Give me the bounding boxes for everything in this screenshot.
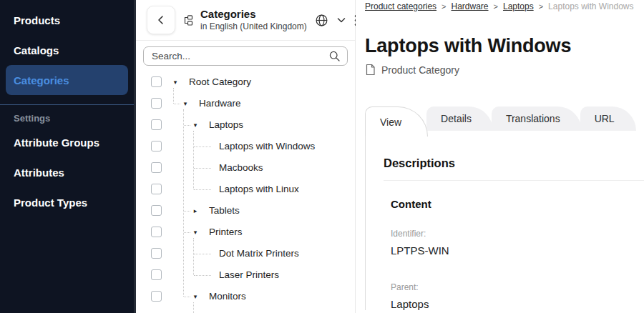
locale-dropdown-button[interactable] bbox=[335, 14, 348, 26]
tree-node-monitors: ▾Monitors bbox=[136, 286, 355, 307]
tree-node-laptops-with-linux: Laptops with Linux bbox=[136, 179, 355, 200]
category-checkbox[interactable] bbox=[151, 205, 162, 216]
tree-connector bbox=[173, 88, 174, 104]
tab-content-view: Descriptions Content Identifier:LPTPS-WI… bbox=[365, 136, 644, 310]
section-divider bbox=[384, 180, 644, 181]
tree-connector bbox=[194, 275, 211, 276]
sidebar-item-product-types[interactable]: Product Types bbox=[6, 187, 128, 217]
tree-node-label[interactable]: Hardware bbox=[199, 93, 241, 114]
tree-connector bbox=[184, 211, 190, 212]
category-checkbox[interactable] bbox=[151, 184, 162, 194]
category-checkbox[interactable] bbox=[151, 227, 162, 237]
search-icon bbox=[328, 50, 341, 62]
tree-panel-header: Categories in English (United Kingdom) bbox=[136, 0, 355, 41]
breadcrumb-separator: > bbox=[494, 2, 498, 11]
expand-toggle-icon[interactable]: ▸ bbox=[190, 200, 200, 222]
content-heading: Content bbox=[391, 198, 644, 210]
field-list: Identifier:LPTPS-WINParent:Laptops bbox=[384, 229, 644, 310]
sidebar-section-label: Settings bbox=[0, 114, 134, 124]
collapse-toggle-icon[interactable]: ▾ bbox=[180, 93, 190, 114]
collapse-toggle-icon[interactable]: ▾ bbox=[170, 71, 180, 93]
sidebar-item-products[interactable]: Products bbox=[6, 5, 128, 35]
globe-icon bbox=[315, 14, 328, 27]
tree-node-label[interactable]: Macbooks bbox=[219, 157, 263, 179]
breadcrumb-hardware[interactable]: Hardware bbox=[452, 1, 489, 11]
breadcrumb: Product categories>Hardware>Laptops>Lapt… bbox=[365, 1, 644, 11]
tree-node-label[interactable]: Laptops bbox=[209, 114, 243, 136]
tree-node-label[interactable]: Dot Matrix Printers bbox=[219, 243, 299, 264]
tree-panel-titles: Categories in English (United Kingdom) bbox=[200, 8, 307, 32]
category-tree: ▾Root Category▾Hardware▾LaptopsLaptops w… bbox=[136, 71, 355, 313]
tree-connector bbox=[184, 232, 190, 233]
search-row bbox=[136, 41, 355, 71]
category-checkbox[interactable] bbox=[151, 98, 162, 109]
category-checkbox[interactable] bbox=[151, 141, 162, 151]
tab-details[interactable]: Details bbox=[426, 106, 493, 131]
tree-node-tablets: ▸Tablets bbox=[136, 200, 355, 222]
search-input[interactable] bbox=[152, 51, 328, 61]
tree-node-label[interactable]: Tablets bbox=[209, 200, 240, 222]
tree-node-laptops-with-windows: Laptops with Windows bbox=[136, 136, 355, 157]
tree-connector bbox=[194, 146, 211, 147]
tree-connector bbox=[194, 254, 211, 254]
document-icon bbox=[365, 64, 376, 76]
tree-connector bbox=[184, 297, 190, 297]
tree-header-actions bbox=[313, 12, 359, 29]
collapse-toggle-icon[interactable]: ▾ bbox=[190, 114, 200, 136]
tree-node-label[interactable]: Laptops with Linux bbox=[219, 179, 299, 200]
collapse-toggle-icon[interactable]: ▾ bbox=[190, 222, 200, 243]
breadcrumb-product-categories[interactable]: Product categories bbox=[365, 1, 436, 11]
category-checkbox[interactable] bbox=[151, 162, 162, 173]
chevron-left-icon bbox=[156, 15, 166, 25]
tree-node-macbooks: Macbooks bbox=[136, 157, 355, 179]
sidebar-item-attributes[interactable]: Attributes bbox=[6, 157, 128, 187]
tab-bar: ViewDetailsTranslationsURL bbox=[365, 106, 644, 136]
sidebar: ProductsCatalogsCategories Settings Attr… bbox=[0, 0, 136, 313]
tree-connector bbox=[193, 131, 194, 189]
tree-node-laptops: ▾Laptops bbox=[136, 114, 355, 136]
category-checkbox[interactable] bbox=[151, 119, 162, 130]
breadcrumb-separator: > bbox=[441, 2, 446, 11]
categories-tree-panel: Categories in English (United Kingdom) bbox=[136, 0, 356, 313]
category-checkbox[interactable] bbox=[151, 76, 162, 87]
entity-type-label: Product Category bbox=[381, 64, 459, 76]
category-checkbox[interactable] bbox=[151, 248, 162, 259]
tab-url[interactable]: URL bbox=[580, 106, 636, 131]
page-title: Laptops with Windows bbox=[365, 35, 644, 57]
category-checkbox[interactable] bbox=[151, 291, 162, 302]
field-value: LPTPS-WIN bbox=[391, 244, 644, 257]
tree-connector bbox=[183, 109, 184, 297]
field-value: Laptops bbox=[391, 298, 644, 310]
locale-globe-button[interactable] bbox=[313, 12, 330, 29]
back-button[interactable] bbox=[147, 6, 175, 34]
breadcrumb-laptops[interactable]: Laptops bbox=[503, 1, 534, 11]
sidebar-settings-nav: Attribute GroupsAttributesProduct Types bbox=[0, 127, 134, 217]
sidebar-item-catalogs[interactable]: Catalogs bbox=[6, 35, 128, 65]
sidebar-item-categories[interactable]: Categories bbox=[6, 65, 128, 95]
tree-node-label[interactable]: Printers bbox=[209, 222, 243, 243]
tree-node-label[interactable]: Monitors bbox=[209, 286, 246, 307]
tab-translations[interactable]: Translations bbox=[492, 106, 582, 131]
field-parent: Parent:Laptops bbox=[391, 282, 644, 310]
breadcrumb-laptops-with-windows: Laptops with Windows bbox=[548, 1, 633, 11]
tree-node-label[interactable]: Root Category bbox=[189, 71, 251, 93]
tree-connector bbox=[194, 168, 211, 169]
tree-node-root-category: ▾Root Category bbox=[136, 71, 355, 93]
hierarchy-icon bbox=[182, 14, 194, 26]
collapse-toggle-icon[interactable]: ▾ bbox=[190, 286, 200, 307]
tree-node-printers: ▾Printers bbox=[136, 222, 355, 243]
breadcrumb-separator: > bbox=[539, 2, 543, 11]
tree-connector bbox=[184, 125, 190, 126]
chevron-down-icon bbox=[336, 15, 346, 25]
tree-node-dot-matrix-printers: Dot Matrix Printers bbox=[136, 243, 355, 264]
tree-node-label[interactable]: Laptops with Windows bbox=[219, 136, 315, 157]
category-checkbox[interactable] bbox=[151, 269, 162, 280]
search-box bbox=[143, 46, 348, 66]
tree-connector bbox=[194, 189, 211, 190]
field-label: Identifier: bbox=[391, 229, 644, 239]
app-window: ProductsCatalogsCategories Settings Attr… bbox=[0, 0, 644, 313]
tree-node-label[interactable]: Laser Printers bbox=[219, 264, 279, 286]
sidebar-item-attribute-groups[interactable]: Attribute Groups bbox=[6, 127, 128, 157]
tab-view[interactable]: View bbox=[365, 106, 428, 136]
category-detail-panel: Product categories>Hardware>Laptops>Lapt… bbox=[356, 0, 644, 313]
